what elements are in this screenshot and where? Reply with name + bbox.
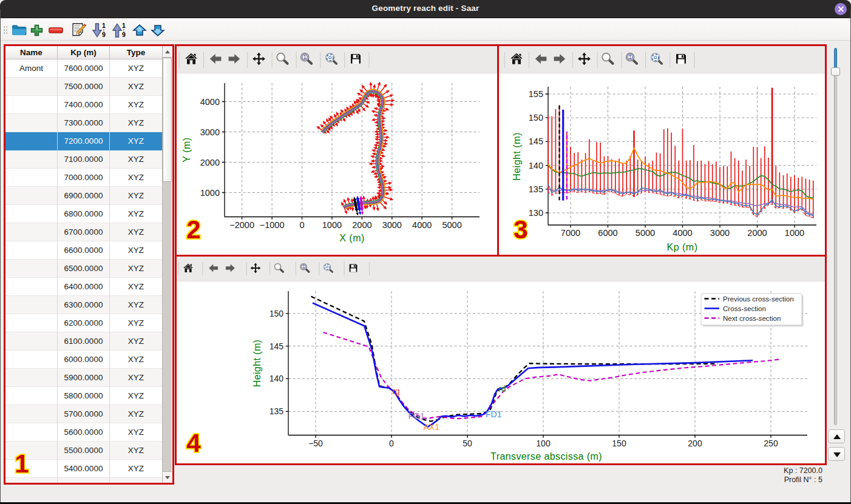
svg-text:2000: 2000 <box>352 220 371 230</box>
svg-text:4000: 4000 <box>412 220 432 230</box>
svg-text:100: 100 <box>536 438 551 448</box>
svg-text:5000: 5000 <box>442 220 461 230</box>
svg-text:−2000: −2000 <box>229 220 254 230</box>
svg-text:−1000: −1000 <box>260 220 285 230</box>
svg-text:4000: 4000 <box>200 97 220 107</box>
svg-text:−50: −50 <box>308 438 323 448</box>
svg-text:1: 1 <box>102 23 106 29</box>
svg-text:155: 155 <box>529 89 543 99</box>
svg-text:140: 140 <box>529 161 543 170</box>
svg-text:150: 150 <box>529 113 543 123</box>
svg-text:7000: 7000 <box>561 228 580 238</box>
svg-text:145: 145 <box>529 136 543 146</box>
svg-text:1000: 1000 <box>200 188 220 198</box>
svg-text:rd: rd <box>498 384 506 394</box>
svg-text:1000: 1000 <box>785 228 804 238</box>
svg-text:Height (m): Height (m) <box>252 340 262 388</box>
svg-text:145: 145 <box>270 341 284 351</box>
svg-text:1: 1 <box>15 451 29 478</box>
svg-text:2000: 2000 <box>200 158 220 167</box>
svg-text:FG1: FG1 <box>409 411 425 421</box>
svg-text:1: 1 <box>122 23 126 29</box>
svg-text:130: 130 <box>529 208 543 218</box>
svg-text:140: 140 <box>270 374 284 383</box>
svg-text:0: 0 <box>389 438 394 448</box>
svg-text:135: 135 <box>529 184 543 194</box>
svg-text:4000: 4000 <box>673 228 692 238</box>
svg-text:rg: rg <box>392 386 399 396</box>
svg-text:FD1: FD1 <box>486 409 502 419</box>
svg-text:6000: 6000 <box>598 228 617 238</box>
svg-text:9: 9 <box>102 31 106 38</box>
svg-text:2: 2 <box>186 218 200 244</box>
svg-text:150: 150 <box>612 438 626 448</box>
svg-text:2000: 2000 <box>747 228 767 238</box>
svg-text:X (m): X (m) <box>339 233 365 243</box>
svg-text:3000: 3000 <box>382 220 402 230</box>
svg-text:250: 250 <box>764 438 778 448</box>
svg-text:AX1: AX1 <box>424 422 440 432</box>
svg-text:3: 3 <box>514 218 527 244</box>
svg-text:Transverse abscissa (m): Transverse abscissa (m) <box>490 451 602 462</box>
svg-text:5000: 5000 <box>636 228 655 238</box>
svg-text:4: 4 <box>186 431 201 457</box>
svg-text:50: 50 <box>463 438 472 448</box>
svg-text:150: 150 <box>270 309 284 318</box>
svg-text:0: 0 <box>299 220 304 230</box>
svg-text:Height (m): Height (m) <box>512 132 522 181</box>
svg-text:3000: 3000 <box>200 127 220 137</box>
svg-text:200: 200 <box>688 438 702 448</box>
svg-text:1000: 1000 <box>322 220 342 230</box>
svg-text:Next cross-section: Next cross-section <box>723 314 781 322</box>
svg-text:3000: 3000 <box>710 228 730 238</box>
svg-text:Y (m): Y (m) <box>181 137 192 162</box>
svg-text:9: 9 <box>122 31 126 38</box>
svg-text:Kp (m): Kp (m) <box>667 242 698 252</box>
svg-text:Cross-section: Cross-section <box>723 304 766 312</box>
svg-text:Previous cross-section: Previous cross-section <box>723 295 794 303</box>
svg-text:135: 135 <box>270 406 284 416</box>
